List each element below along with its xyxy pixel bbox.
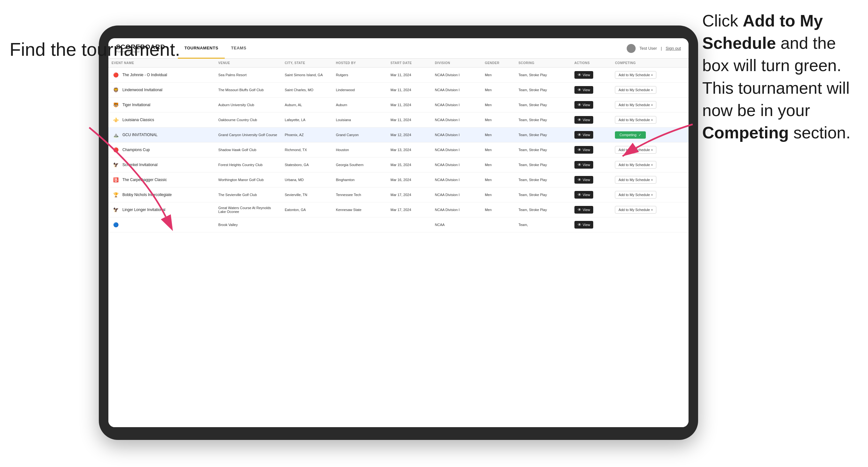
city-cell: Auburn, AL: [281, 97, 333, 113]
competing-label: Competing: [619, 133, 636, 137]
view-button[interactable]: 👁 View: [575, 71, 593, 79]
actions-cell: 👁 View: [571, 83, 612, 97]
event-name-cell: 🦁 Lindenwood Invitational: [108, 83, 215, 97]
tournaments-table: EVENT NAME VENUE CITY, STATE HOSTED BY S…: [108, 59, 688, 232]
signout-link[interactable]: Sign out: [665, 46, 681, 51]
team-logo: 🦅: [112, 206, 120, 214]
header-right: Test User | Sign out: [627, 44, 681, 53]
add-to-schedule-button[interactable]: Add to My Schedule +: [615, 191, 656, 198]
event-name: The Carpetbagger Classic: [122, 178, 167, 182]
gender-cell: Men: [482, 83, 516, 97]
hosted-cell: Kennesaw State: [333, 203, 387, 217]
hosted-cell: Louisiana: [333, 113, 387, 127]
add-to-schedule-button[interactable]: Add to My Schedule +: [615, 116, 656, 124]
col-date: START DATE: [387, 59, 432, 68]
division-cell: NCAA Division I: [432, 203, 482, 217]
city-cell: Sevierville, TN: [281, 187, 333, 203]
actions-cell: 👁 View: [571, 203, 612, 217]
view-button[interactable]: 👁 View: [575, 221, 593, 228]
event-name-cell: 🔵: [108, 217, 215, 232]
add-to-schedule-button[interactable]: Add to My Schedule +: [615, 161, 656, 168]
col-competing: COMPETING: [612, 59, 688, 68]
table-row: 🅱️ The Carpetbagger Classic Worthington …: [108, 173, 688, 187]
add-to-schedule-button[interactable]: Add to My Schedule +: [615, 101, 656, 109]
col-actions: ACTIONS: [571, 59, 612, 68]
gender-cell: [482, 217, 516, 232]
division-cell: NCAA Division I: [432, 173, 482, 187]
competing-cell: Add to My Schedule +: [612, 113, 688, 127]
col-city: CITY, STATE: [281, 59, 333, 68]
event-name: Champions Cup: [122, 148, 150, 152]
event-name: Lindenwood Invitational: [122, 88, 162, 92]
table-header-row: EVENT NAME VENUE CITY, STATE HOSTED BY S…: [108, 59, 688, 68]
view-button[interactable]: 👁 View: [575, 146, 593, 154]
event-name-cell: 🅱️ The Carpetbagger Classic: [108, 173, 215, 187]
view-button[interactable]: 👁 View: [575, 191, 593, 198]
eye-icon: 👁: [578, 178, 582, 182]
city-cell: Phoenix, AZ: [281, 127, 333, 143]
competing-cell: Add to My Schedule +: [612, 157, 688, 173]
table-row: 🔴 Champions Cup Shadow Hawk Golf ClubRic…: [108, 143, 688, 157]
eye-icon: 👁: [578, 222, 582, 227]
actions-cell: 👁 View: [571, 97, 612, 113]
event-name-cell: ⚜️ Louisiana Classics: [108, 113, 215, 127]
add-to-schedule-button[interactable]: Add to My Schedule +: [615, 71, 656, 79]
division-cell: NCAA Division I: [432, 143, 482, 157]
date-cell: Mar 17, 2024: [387, 187, 432, 203]
view-button[interactable]: 👁 View: [575, 161, 593, 168]
division-cell: NCAA Division I: [432, 127, 482, 143]
venue-cell: Shadow Hawk Golf Club: [215, 143, 281, 157]
competing-cell: Add to My Schedule +: [612, 143, 688, 157]
event-name-cell: 🦅 Linger Longer Invitational: [108, 203, 215, 217]
right-annotation: Click Add to My Schedule and the box wil…: [702, 9, 855, 144]
view-button[interactable]: 👁 View: [575, 101, 593, 109]
event-name: The Johnnie - O Individual: [122, 73, 167, 77]
tablet-frame: SCOREBOARD Powered by clippd TOURNAMENTS…: [99, 26, 698, 440]
division-cell: NCAA Division I: [432, 97, 482, 113]
actions-cell: 👁 View: [571, 217, 612, 232]
scoring-cell: Team, Stroke Play: [515, 143, 571, 157]
table-container[interactable]: EVENT NAME VENUE CITY, STATE HOSTED BY S…: [108, 59, 688, 427]
date-cell: Mar 11, 2024: [387, 113, 432, 127]
team-logo: 🅱️: [112, 176, 120, 184]
tab-tournaments[interactable]: TOURNAMENTS: [178, 38, 224, 59]
add-to-schedule-button[interactable]: Add to My Schedule +: [615, 86, 656, 94]
add-to-schedule-button[interactable]: Add to My Schedule +: [615, 146, 656, 154]
hosted-cell: Tennessee Tech: [333, 187, 387, 203]
right-text-part1: Click Add to My Schedule and the box wil…: [702, 11, 850, 142]
view-button[interactable]: 👁 View: [575, 131, 593, 139]
user-label: Test User: [640, 46, 657, 51]
col-hosted: HOSTED BY: [333, 59, 387, 68]
competing-button[interactable]: Competing ✓: [615, 131, 646, 139]
eye-icon: 👁: [578, 103, 582, 107]
venue-cell: Great Waters Course At Reynolds Lake Oco…: [215, 203, 281, 217]
date-cell: Mar 17, 2024: [387, 203, 432, 217]
table-row: 🔵 Brook ValleyNCAATeam, 👁 View: [108, 217, 688, 232]
hosted-cell: Houston: [333, 143, 387, 157]
venue-cell: Oakbourne Country Club: [215, 113, 281, 127]
city-cell: Lafayette, LA: [281, 113, 333, 127]
date-cell: Mar 11, 2024: [387, 97, 432, 113]
division-cell: NCAA Division I: [432, 113, 482, 127]
actions-cell: 👁 View: [571, 68, 612, 83]
team-logo: ⚜️: [112, 116, 120, 124]
event-name: Louisiana Classics: [122, 118, 154, 122]
table-row: ⛰️ GCU INVITATIONAL Grand Canyon Univers…: [108, 127, 688, 143]
view-button[interactable]: 👁 View: [575, 116, 593, 124]
view-button[interactable]: 👁 View: [575, 86, 593, 94]
view-button[interactable]: 👁 View: [575, 176, 593, 184]
add-to-schedule-button[interactable]: Add to My Schedule +: [615, 176, 656, 184]
city-cell: Urbana, MD: [281, 173, 333, 187]
competing-cell: [612, 217, 688, 232]
division-cell: NCAA Division I: [432, 157, 482, 173]
bold-competing: Competing: [702, 123, 789, 142]
add-to-schedule-button[interactable]: Add to My Schedule +: [615, 206, 656, 214]
hosted-cell: Auburn: [333, 97, 387, 113]
table-row: 🦁 Lindenwood Invitational The Missouri B…: [108, 83, 688, 97]
competing-cell: Add to My Schedule +: [612, 97, 688, 113]
nav-tabs: TOURNAMENTS TEAMS: [178, 38, 627, 59]
view-button[interactable]: 👁 View: [575, 206, 593, 214]
hosted-cell: Rutgers: [333, 68, 387, 83]
tab-teams[interactable]: TEAMS: [225, 38, 253, 59]
table-row: 🏆 Bobby Nichols Intercollegiate The Sevi…: [108, 187, 688, 203]
